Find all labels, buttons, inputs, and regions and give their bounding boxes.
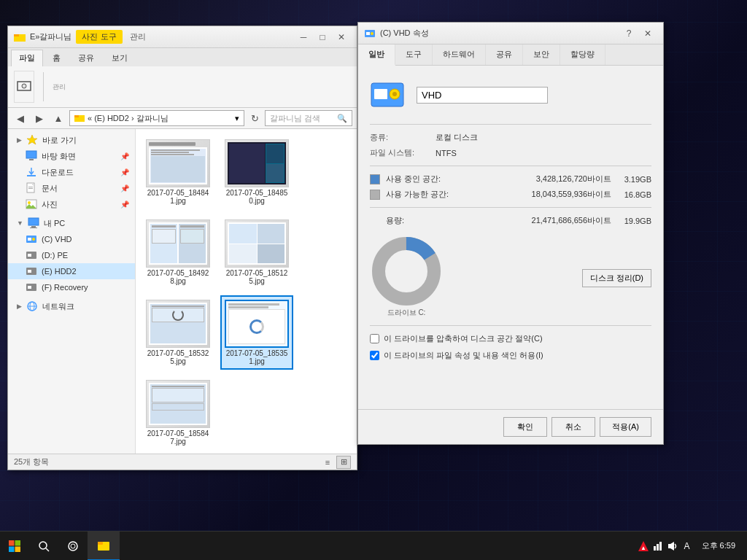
my-pc-section: ▼ 내 PC (C) VHD (D:) PE (E) HDD2 — [8, 215, 135, 295]
type-label: 종류: — [370, 132, 436, 143]
props-tab-hardware[interactable]: 하드웨어 — [433, 44, 486, 65]
props-content: 종류: 로컬 디스크 파일 시스템: NTFS 사용 중인 공간: 3,428,… — [358, 66, 663, 409]
ribbon-tools — [14, 71, 34, 103]
svg-rect-16 — [31, 226, 36, 228]
drive-recovery-label: (F) Recovery — [42, 283, 88, 292]
apply-button[interactable]: 적용(A) — [600, 417, 651, 437]
drive-name-input[interactable] — [417, 87, 548, 104]
free-space-gb: 16.8GB — [611, 190, 651, 199]
my-pc-header[interactable]: ▼ 내 PC — [8, 215, 135, 231]
forward-button[interactable]: ▶ — [31, 110, 47, 126]
up-button[interactable]: ▲ — [50, 110, 66, 126]
desktop-label: 바탕 화면 — [42, 151, 76, 162]
props-tab-sharing[interactable]: 공유 — [486, 44, 523, 65]
props-header — [370, 77, 651, 112]
props-close-button[interactable]: ✕ — [638, 26, 657, 41]
cancel-button[interactable]: 취소 — [551, 417, 595, 437]
sidebar-drive-pe[interactable]: (D:) PE — [8, 247, 135, 263]
ribbon-section-label: 관리 — [53, 82, 66, 92]
list-item[interactable]: 2017-07-05_184841.jpg — [142, 135, 214, 209]
network-header[interactable]: ▶ 네트워크 — [8, 298, 135, 314]
props-tab-security[interactable]: 보안 — [523, 44, 560, 65]
pin-icon: 📌 — [120, 152, 129, 160]
search-icon: 🔍 — [337, 114, 347, 123]
search-placeholder-text: 갈파니님 검색 — [270, 113, 334, 124]
tab-share[interactable]: 공유 — [70, 50, 102, 66]
grid-view-button[interactable]: ⊞ — [336, 456, 351, 469]
quick-access-label: 바로 가기 — [42, 135, 77, 146]
minimize-button[interactable]: ─ — [294, 30, 313, 44]
list-item[interactable]: 2017-07-05_185847.jpg — [142, 376, 214, 450]
svg-rect-53 — [657, 544, 659, 551]
maximize-button[interactable]: □ — [313, 30, 332, 44]
props-tab-tools[interactable]: 도구 — [395, 44, 433, 65]
list-item[interactable]: 2017-07-05_184928.jpg — [142, 215, 214, 289]
downloads-label: 다운로드 — [42, 167, 74, 178]
list-item[interactable]: 2017-07-05_185125.jpg — [220, 215, 293, 289]
refresh-button[interactable]: ↻ — [247, 111, 262, 125]
ok-button[interactable]: 확인 — [503, 417, 547, 437]
props-help-button[interactable]: ? — [619, 26, 638, 41]
drive-large-icon — [370, 77, 405, 112]
props-drive-icon — [364, 28, 376, 39]
system-tray: ▲ A 오후 6:59 — [638, 540, 747, 552]
file-thumbnail — [146, 219, 210, 268]
index-checkbox-row: 이 드라이브의 파일 속성 및 내용 색인 허용(I) — [370, 350, 651, 361]
svg-line-45 — [46, 548, 49, 551]
index-checkbox[interactable] — [370, 351, 379, 360]
list-item[interactable]: 2017-07-05_185351.jpg — [220, 295, 293, 370]
list-item[interactable]: 2017-07-05_185325.jpg — [142, 295, 214, 370]
disk-cleanup-button[interactable]: 디스크 정리(D) — [582, 269, 651, 287]
ribbon-btn-1[interactable] — [14, 71, 34, 103]
search-box[interactable]: 갈파니님 검색 🔍 — [265, 110, 352, 126]
list-view-button[interactable]: ≡ — [320, 456, 335, 469]
taskbar-search-button[interactable] — [29, 532, 58, 561]
svg-rect-52 — [654, 546, 656, 551]
drive-c-icon — [26, 233, 37, 245]
expand-icon-2: ▼ — [17, 219, 23, 227]
sidebar-drive-recovery[interactable]: (F) Recovery — [8, 279, 135, 295]
svg-rect-40 — [9, 540, 15, 546]
free-space-label: 사용 가능한 공간: — [386, 189, 459, 200]
folder-small-icon — [74, 113, 85, 123]
address-box[interactable]: « (E) HDD2 › 갈파니님 ▾ — [69, 110, 244, 126]
sidebar-item-documents[interactable]: 문서 📌 — [8, 180, 135, 196]
used-color-box — [370, 174, 380, 184]
svg-rect-8 — [29, 159, 34, 160]
sidebar-item-desktop[interactable]: 바탕 화면 📌 — [8, 148, 135, 164]
folder-icon — [14, 31, 26, 43]
props-titlebar: (C) VHD 속성 ? ✕ — [358, 23, 663, 44]
tab-home[interactable]: 홈 — [44, 50, 69, 66]
type-row: 종류: 로컬 디스크 — [370, 132, 651, 143]
file-name: 2017-07-05_184841.jpg — [147, 189, 209, 205]
type-value: 로컬 디스크 — [436, 132, 478, 143]
list-item[interactable]: 2017-07-05_184850.jpg — [220, 135, 293, 209]
capacity-gb: 19.9GB — [611, 217, 651, 225]
compress-checkbox[interactable] — [370, 334, 379, 343]
drive-d-icon — [26, 249, 37, 261]
filesystem-label: 파일 시스템: — [370, 147, 436, 158]
tab-file[interactable]: 파일 — [11, 50, 43, 66]
sidebar-item-downloads[interactable]: 다운로드 📌 — [8, 164, 135, 180]
divider-3 — [370, 207, 651, 208]
quick-access-header[interactable]: ▶ 바로 가기 — [8, 132, 135, 148]
taskbar-app-explorer[interactable] — [88, 532, 120, 561]
used-space-gb: 3.19GB — [611, 175, 651, 184]
svg-marker-6 — [27, 135, 37, 144]
svg-rect-22 — [28, 254, 31, 257]
file-thumbnail — [146, 300, 210, 348]
sidebar-item-pictures[interactable]: 사진 📌 — [8, 196, 135, 212]
sidebar-drive-vhd[interactable]: (C) VHD — [8, 231, 135, 247]
props-tab-general[interactable]: 일반 — [358, 44, 395, 66]
taskbar-cortana-button[interactable] — [58, 532, 88, 561]
close-button[interactable]: ✕ — [332, 30, 351, 44]
sidebar-drive-hdd2[interactable]: (E) HDD2 — [8, 263, 135, 279]
start-button[interactable] — [0, 532, 29, 561]
file-thumbnail — [146, 380, 210, 428]
back-button[interactable]: ◀ — [12, 110, 28, 126]
tab-view[interactable]: 보기 — [104, 50, 136, 66]
svg-rect-7 — [26, 151, 36, 158]
svg-rect-41 — [15, 540, 21, 546]
system-clock[interactable]: 오후 6:59 — [696, 540, 741, 551]
props-tab-quota[interactable]: 할당량 — [560, 44, 605, 65]
